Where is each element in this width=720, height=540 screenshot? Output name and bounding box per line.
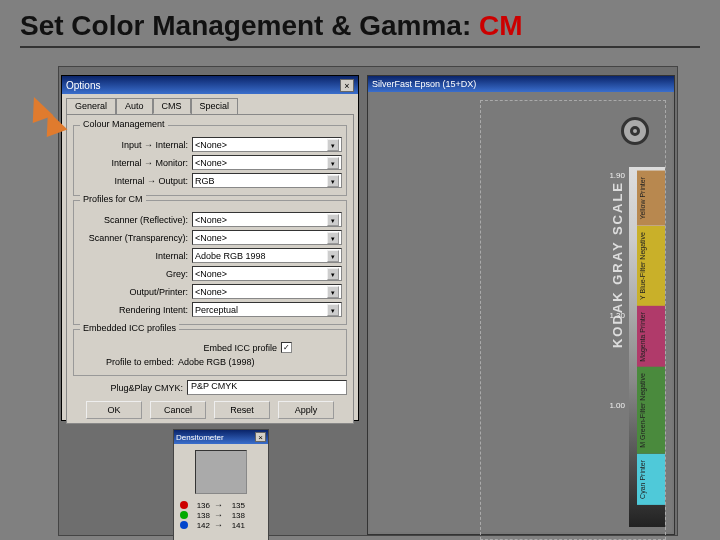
densitometer-row: 136→135	[174, 500, 268, 510]
apply-button[interactable]: Apply	[278, 401, 334, 419]
select-grey[interactable]: <None>▾	[192, 266, 342, 281]
color-band: Y Blue-Filter Negative	[637, 226, 665, 306]
channel-dot-icon	[180, 521, 188, 529]
value-out: 135	[227, 501, 245, 510]
label-scanner-reflective: Scanner (Reflective):	[78, 215, 188, 225]
document-title: SilverFast Epson (15+DX)	[368, 76, 674, 92]
group-title: Profiles for CM	[80, 194, 146, 204]
group-colour-management: Colour Management Input → Internal:<None…	[73, 125, 347, 196]
label-output-printer: Output/Printer:	[78, 287, 188, 297]
color-band: M Green-Filter Negative	[637, 367, 665, 454]
close-icon[interactable]: ×	[255, 432, 266, 442]
select-scanner-transparency[interactable]: <None>▾	[192, 230, 342, 245]
channel-dot-icon	[180, 501, 188, 509]
select-internal[interactable]: Adobe RGB 1998▾	[192, 248, 342, 263]
color-bands: Yellow PrinterY Blue-Filter NegativeMage…	[637, 171, 665, 539]
label-plugnplay: Plug&Play CMYK:	[73, 383, 183, 393]
label-profile-to-embed: Profile to embed:	[78, 357, 174, 367]
value-in: 138	[192, 511, 210, 520]
dialog-tabs: General Auto CMS Special	[66, 98, 354, 114]
label-internal-output: Internal → Output:	[78, 176, 188, 186]
options-dialog: Options × General Auto CMS Special Colou…	[61, 75, 359, 421]
select-input-internal[interactable]: <None>▾	[192, 137, 342, 152]
label-embed: Embed ICC profile	[203, 343, 277, 353]
label-scanner-transparency: Scanner (Transparency):	[78, 233, 188, 243]
densitometer-titlebar[interactable]: Densitometer ×	[174, 430, 268, 444]
group-title: Embedded ICC profiles	[80, 323, 179, 333]
scan-marquee[interactable]: KODAK GRAY SCALE 1.90 1.30 1.00 Yellow P…	[480, 100, 666, 540]
preview-canvas[interactable]: KODAK GRAY SCALE 1.90 1.30 1.00 Yellow P…	[370, 92, 672, 532]
densitometer-row: 142→141	[174, 520, 268, 530]
title-prefix: Set Color Management & Gamma:	[20, 10, 479, 41]
title-cm: CM	[479, 10, 523, 41]
tab-auto[interactable]: Auto	[116, 98, 153, 114]
value-profile-to-embed: Adobe RGB (1998)	[178, 357, 342, 367]
target-icon	[621, 117, 649, 145]
value-out: 138	[227, 511, 245, 520]
chevron-down-icon: ▾	[327, 214, 339, 226]
group-embed: Embedded ICC profiles Embed ICC profile …	[73, 329, 347, 376]
select-scanner-reflective[interactable]: <None>▾	[192, 212, 342, 227]
close-icon[interactable]: ×	[340, 79, 354, 92]
densitometer-panel[interactable]: Densitometer × 136→135138→138142→141	[173, 429, 269, 540]
tab-special[interactable]: Special	[191, 98, 239, 114]
dialog-titlebar[interactable]: Options ×	[62, 76, 358, 94]
scale-tick: 1.30	[609, 311, 625, 320]
cancel-button[interactable]: Cancel	[150, 401, 206, 419]
channel-dot-icon	[180, 511, 188, 519]
densitometer-swatch	[195, 450, 247, 494]
chevron-down-icon: ▾	[327, 250, 339, 262]
scale-tick: 1.90	[609, 171, 625, 180]
app-workspace: Options × General Auto CMS Special Colou…	[58, 66, 678, 536]
value-in: 136	[192, 501, 210, 510]
slide-title: Set Color Management & Gamma: CM	[20, 10, 700, 48]
select-rendering-intent[interactable]: Perceptual▾	[192, 302, 342, 317]
densitometer-row: 138→138	[174, 510, 268, 520]
tab-cms[interactable]: CMS	[153, 98, 191, 114]
arrow-icon: →	[214, 520, 223, 530]
densitometer-title: Densitometer	[176, 433, 224, 442]
checkbox-embed[interactable]: ✓	[281, 342, 292, 353]
select-internal-output[interactable]: RGB▾	[192, 173, 342, 188]
reset-button[interactable]: Reset	[214, 401, 270, 419]
label-input-internal: Input → Internal:	[78, 140, 188, 150]
tab-general[interactable]: General	[66, 98, 116, 114]
dialog-title: Options	[66, 80, 100, 91]
color-band: Yellow Printer	[637, 171, 665, 226]
label-rendering-intent: Rendering Intent:	[78, 305, 188, 315]
value-in: 142	[192, 521, 210, 530]
chevron-down-icon: ▾	[327, 268, 339, 280]
chevron-down-icon: ▾	[327, 232, 339, 244]
color-band: Cyan Printer	[637, 454, 665, 505]
ok-button[interactable]: OK	[86, 401, 142, 419]
document-window: SilverFast Epson (15+DX) KODAK GRAY SCAL…	[367, 75, 675, 535]
arrow-icon: →	[214, 510, 223, 520]
chevron-down-icon: ▾	[327, 157, 339, 169]
label-grey: Grey:	[78, 269, 188, 279]
group-title: Colour Management	[80, 119, 168, 129]
kodak-label: KODAK GRAY SCALE	[610, 181, 625, 348]
color-band: Magenta Printer	[637, 306, 665, 368]
label-internal: Internal:	[78, 251, 188, 261]
chevron-down-icon: ▾	[327, 139, 339, 151]
scale-tick: 1.00	[609, 401, 625, 410]
dialog-buttons: OK Cancel Reset Apply	[71, 401, 349, 419]
chevron-down-icon: ▾	[327, 304, 339, 316]
label-internal-monitor: Internal → Monitor:	[78, 158, 188, 168]
field-plugnplay[interactable]: P&P CMYK	[187, 380, 347, 395]
group-profiles: Profiles for CM Scanner (Reflective):<No…	[73, 200, 347, 325]
select-internal-monitor[interactable]: <None>▾	[192, 155, 342, 170]
select-output-printer[interactable]: <None>▾	[192, 284, 342, 299]
chevron-down-icon: ▾	[327, 175, 339, 187]
arrow-icon: →	[214, 500, 223, 510]
value-out: 141	[227, 521, 245, 530]
cms-panel: Colour Management Input → Internal:<None…	[66, 114, 354, 424]
chevron-down-icon: ▾	[327, 286, 339, 298]
